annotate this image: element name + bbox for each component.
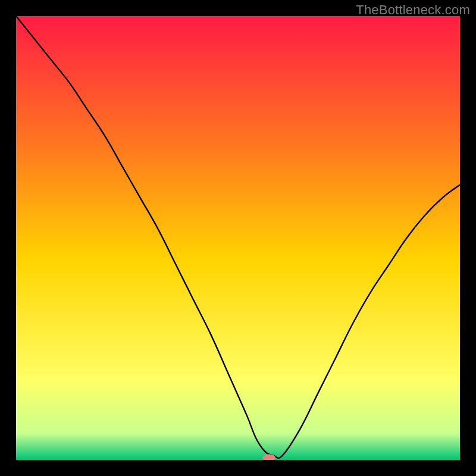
chart-svg [16,16,460,460]
gradient-background [16,16,460,460]
plot-area [16,16,460,460]
chart-frame: TheBottleneck.com [0,0,476,476]
watermark-text: TheBottleneck.com [356,2,470,18]
